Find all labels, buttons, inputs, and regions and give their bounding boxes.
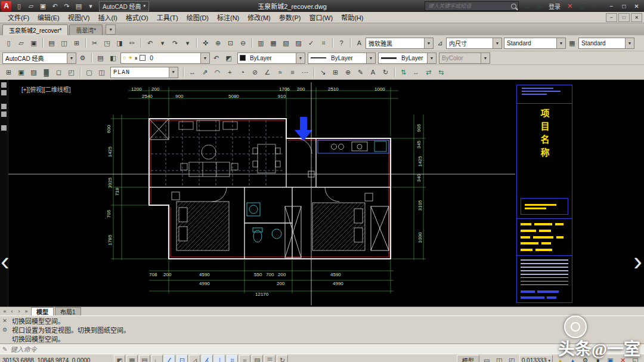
plan-view-icon[interactable]: ◫ xyxy=(96,67,107,78)
search-input[interactable] xyxy=(427,2,511,10)
customize-icon[interactable]: ⚙ xyxy=(0,325,10,334)
command-prompt[interactable]: 键入命令 xyxy=(10,344,36,354)
object-snap-icon[interactable]: ⊡ xyxy=(177,355,188,362)
menu-view[interactable]: 视图(V) xyxy=(64,12,94,23)
left-toolbar-icon[interactable] xyxy=(1,112,7,117)
annotation-visibility-icon[interactable]: ▲ xyxy=(555,355,566,362)
model-space-button[interactable]: 模型 xyxy=(457,355,479,362)
close-button[interactable]: ✕ xyxy=(630,1,643,11)
qat-open-icon[interactable]: ▱ xyxy=(26,1,36,11)
block-editor-icon[interactable]: ▣ xyxy=(16,67,27,78)
tab-nav-first-icon[interactable]: « xyxy=(1,308,8,314)
tool-palettes-icon[interactable]: ▧ xyxy=(280,38,292,49)
sheet-set-manager-icon[interactable]: ▨ xyxy=(293,38,304,49)
hardware-acceleration-icon[interactable]: ▣ xyxy=(605,355,616,362)
grid-display-icon[interactable]: ▤ xyxy=(139,355,150,362)
chevron-down-icon[interactable]: ▼ xyxy=(169,67,178,78)
zoom-realtime-icon[interactable]: ⊕ xyxy=(212,38,224,49)
dimension-text-edit-icon[interactable]: A xyxy=(367,67,379,78)
polar-tracking-icon[interactable]: ∠ xyxy=(164,355,175,362)
undo-dropdown-icon[interactable]: ▾ xyxy=(157,38,168,49)
minimize-button[interactable]: − xyxy=(605,1,618,11)
login-button[interactable]: 登录 xyxy=(547,2,562,11)
radius-dimension-icon[interactable]: ◔ xyxy=(237,67,248,78)
text-style-combo[interactable]: Standard ▼ xyxy=(504,38,566,49)
help-icon[interactable]: ? xyxy=(589,1,600,12)
save-icon[interactable]: ▣ xyxy=(28,38,39,49)
linear-dimension-icon[interactable]: ↔ xyxy=(187,67,198,78)
menu-draw[interactable]: 绘图(D) xyxy=(182,12,213,23)
annotation-scale-button[interactable]: 0.013333 ▾ xyxy=(519,355,553,362)
infer-constraints-icon[interactable]: ◩ xyxy=(114,355,125,362)
chevron-down-icon[interactable]: ▼ xyxy=(296,53,305,63)
chevron-down-icon[interactable]: ▼ xyxy=(493,38,501,48)
layer-combo[interactable]: ○ ☀ ∎ 0 ▼ xyxy=(120,52,210,64)
quick-dimension-icon[interactable]: ≈ xyxy=(274,67,286,78)
redo-dropdown-icon[interactable]: ▾ xyxy=(182,38,193,49)
chevron-down-icon[interactable]: ▼ xyxy=(625,38,634,48)
font-style-combo[interactable]: 微软雅黑 ▼ xyxy=(366,38,434,49)
insert-block-icon[interactable]: ⊞ xyxy=(3,67,14,78)
diameter-dimension-icon[interactable]: ⊘ xyxy=(249,67,261,78)
quick-view-layouts-icon[interactable]: ◫ xyxy=(494,355,505,362)
drawing-canvas[interactable]: [+][俯视][二维线框] xyxy=(0,80,644,307)
doc-restore-button[interactable]: □ xyxy=(618,13,630,22)
menu-help[interactable]: 帮助(H) xyxy=(337,12,367,23)
3d-object-snap-icon[interactable]: ⊿ xyxy=(189,355,200,362)
layer-properties-manager-icon[interactable]: ▤ xyxy=(95,52,106,64)
cut-icon[interactable]: ✂ xyxy=(89,38,100,49)
status-close-icon[interactable]: ✕ xyxy=(617,355,628,362)
chevron-down-icon[interactable]: ▼ xyxy=(424,38,433,48)
tab-overflow-icon[interactable]: ▾ xyxy=(106,24,116,35)
center-mark-icon[interactable]: ⊕ xyxy=(342,67,354,78)
workspace-switching-icon[interactable]: ⚙ xyxy=(580,355,591,362)
layer-states-icon[interactable]: ◧ xyxy=(107,52,119,64)
plot-preview-icon[interactable]: ◫ xyxy=(58,38,70,49)
properties-icon[interactable]: ▥ xyxy=(255,38,267,49)
app-menu-button[interactable]: A xyxy=(1,1,11,11)
dim-style-combo[interactable]: 内尺寸 ▼ xyxy=(446,38,502,49)
selection-cycling-icon[interactable]: ↻ xyxy=(277,355,288,362)
user-icon[interactable]: ◉ xyxy=(534,1,545,12)
gradient-icon[interactable]: ▓ xyxy=(41,67,52,78)
chevron-down-icon[interactable]: ▼ xyxy=(556,38,565,48)
chevron-down-icon[interactable]: ▼ xyxy=(366,53,375,63)
dynamic-input-icon[interactable]: ⌗ xyxy=(227,355,238,362)
quick-leader-icon[interactable]: ↘ xyxy=(317,67,329,78)
match-properties-icon[interactable]: ✏ xyxy=(126,38,138,49)
layout1-tab[interactable]: 布局1 xyxy=(55,307,81,315)
menu-modify[interactable]: 修改(M) xyxy=(243,12,275,23)
dynamic-ucs-icon[interactable]: ⊥ xyxy=(214,355,225,362)
workspace-switcher[interactable]: AutoCAD 经典 ▾ xyxy=(99,1,149,11)
markup-icon[interactable]: ✓ xyxy=(305,38,317,49)
open-icon[interactable]: ▱ xyxy=(16,38,27,49)
tab-nav-next-icon[interactable]: › xyxy=(16,308,23,314)
show-lineweight-icon[interactable]: ≡ xyxy=(239,355,250,362)
snap-mode-icon[interactable]: ▦ xyxy=(126,355,138,362)
left-toolbar-icon[interactable] xyxy=(1,104,7,109)
menu-file[interactable]: 文件(F) xyxy=(4,12,33,23)
help-icon[interactable]: ? xyxy=(336,38,347,49)
arc-length-icon[interactable]: ◠ xyxy=(212,67,223,78)
dimension-update-icon[interactable]: ↻ xyxy=(380,67,391,78)
tab-nav-last-icon[interactable]: » xyxy=(23,308,30,314)
layout-icon[interactable]: ▭ xyxy=(481,355,493,362)
annotation-autoscale-icon[interactable]: ▲ xyxy=(567,355,578,362)
color-combo[interactable]: ByLayer ▼ xyxy=(237,52,305,64)
inspect-icon[interactable]: ⇄ xyxy=(423,67,434,78)
search-icon[interactable] xyxy=(511,4,516,9)
named-views-icon[interactable]: ▢ xyxy=(83,67,95,78)
continue-dimension-icon[interactable]: ⋯ xyxy=(299,67,311,78)
command-history[interactable]: ✕ 切换回模型空间。 ⚙ 视口设置为锁定视图。切换到图纸空间。 切换回模型空间。 xyxy=(0,315,644,344)
menu-insert[interactable]: 插入(I) xyxy=(94,12,121,23)
table-style-combo[interactable]: Standard ▼ xyxy=(578,38,634,49)
menu-edit[interactable]: 编辑(E) xyxy=(33,12,64,23)
plot-icon[interactable]: ▤ xyxy=(46,38,57,49)
redo-icon[interactable]: ↷ xyxy=(169,38,181,49)
quick-calc-icon[interactable]: ⌗ xyxy=(318,38,329,49)
menu-window[interactable]: 窗口(W) xyxy=(305,12,337,23)
qat-undo-icon[interactable]: ↶ xyxy=(49,1,60,11)
region-icon[interactable]: ◰ xyxy=(66,67,77,78)
toolbar-lock-icon[interactable]: ∎ xyxy=(592,355,603,362)
tolerance-icon[interactable]: ⊞ xyxy=(330,67,341,78)
